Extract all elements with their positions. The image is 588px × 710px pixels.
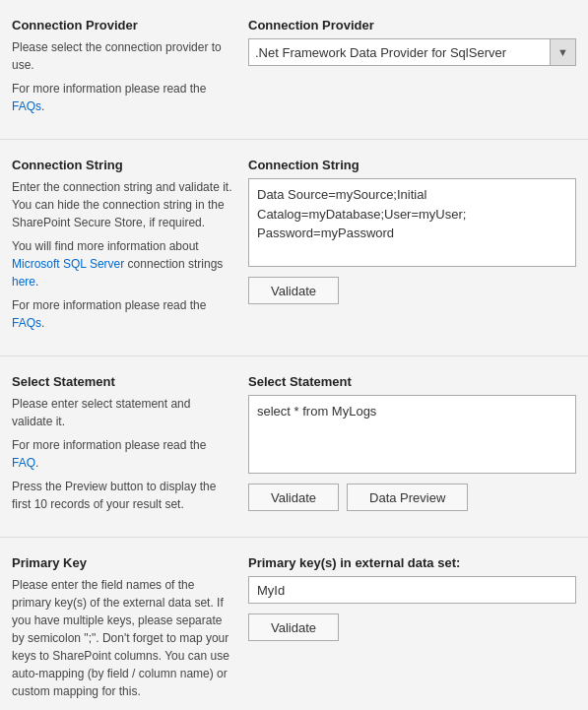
page-container: Connection Provider Please select the co… (0, 0, 588, 710)
select-statement-left: Select Statement Please enter select sta… (12, 374, 248, 519)
select-statement-right-label: Select Statement (248, 374, 576, 389)
primary-key-left-title: Primary Key (12, 555, 232, 570)
select-statement-textarea[interactable] (248, 395, 576, 474)
primary-key-input[interactable] (248, 576, 576, 604)
connection-provider-left-title: Connection Provider (12, 18, 232, 32)
data-preview-button[interactable]: Data Preview (347, 484, 468, 511)
select-statement-faq-link[interactable]: FAQ (12, 456, 35, 470)
select-statement-btn-row: Validate Data Preview (248, 484, 576, 511)
connection-provider-select[interactable]: .Net Framework Data Provider for SqlServ… (249, 39, 550, 65)
primary-key-btn-row: Validate (248, 613, 576, 641)
select-statement-section: Select Statement Please enter select sta… (0, 356, 588, 538)
connection-provider-left: Connection Provider Please select the co… (12, 18, 248, 121)
connection-provider-faq-link[interactable]: FAQs (12, 99, 41, 113)
connection-string-desc1: Enter the connection string and validate… (12, 178, 232, 231)
connection-string-right: Connection String Validate (248, 158, 576, 338)
connection-string-left-title: Connection String (12, 158, 232, 172)
connection-provider-right-label: Connection Provider (248, 18, 576, 32)
primary-key-desc1: Please enter the field names of the prim… (12, 576, 232, 700)
connection-provider-section: Connection Provider Please select the co… (0, 0, 588, 140)
primary-key-right: Primary key(s) in external data set: Val… (248, 555, 576, 710)
select-statement-desc3: Press the Preview button to display the … (12, 478, 232, 513)
select-statement-desc2: For more information please read the FAQ… (12, 436, 232, 472)
connection-string-desc3: For more information please read the FAQ… (12, 296, 232, 332)
select-statement-left-title: Select Statement (12, 374, 232, 389)
connection-string-desc2: You will find more information about Mic… (12, 237, 232, 290)
here-link[interactable]: here (12, 275, 35, 289)
connection-string-textarea[interactable] (248, 178, 576, 267)
dropdown-arrow-icon[interactable]: ▼ (550, 39, 575, 65)
connection-string-right-label: Connection String (248, 158, 576, 172)
primary-key-right-label: Primary key(s) in external data set: (248, 555, 576, 570)
connection-string-left: Connection String Enter the connection s… (12, 158, 248, 338)
connection-provider-select-wrapper[interactable]: .Net Framework Data Provider for SqlServ… (248, 38, 576, 66)
microsoft-sql-server-link[interactable]: Microsoft SQL Server (12, 257, 124, 271)
connection-string-faq-link[interactable]: FAQs (12, 316, 41, 330)
connection-provider-desc1: Please select the connection provider to… (12, 38, 232, 74)
connection-string-validate-button[interactable]: Validate (248, 277, 339, 304)
primary-key-desc2: If no primary key is set, all list items… (12, 706, 232, 710)
connection-string-section: Connection String Enter the connection s… (0, 140, 588, 356)
connection-provider-right: Connection Provider .Net Framework Data … (248, 18, 576, 121)
connection-provider-desc2: For more information please read the FAQ… (12, 80, 232, 115)
primary-key-section: Primary Key Please enter the field names… (0, 538, 588, 710)
connection-string-btn-row: Validate (248, 277, 576, 304)
select-statement-desc1: Please enter select statement and valida… (12, 395, 232, 430)
primary-key-left: Primary Key Please enter the field names… (12, 555, 248, 710)
select-statement-validate-button[interactable]: Validate (248, 484, 339, 511)
select-statement-right: Select Statement Validate Data Preview (248, 374, 576, 519)
primary-key-validate-button[interactable]: Validate (248, 613, 339, 641)
